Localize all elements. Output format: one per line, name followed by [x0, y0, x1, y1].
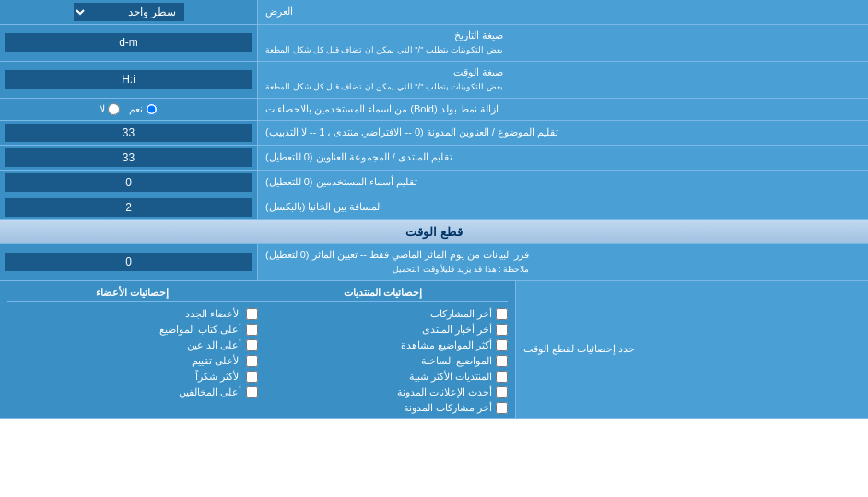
- bold-remove-yes-radio[interactable]: [146, 103, 158, 115]
- cb-new-members[interactable]: [246, 308, 258, 320]
- cutoff-days-input-cell: [0, 244, 258, 280]
- checkbox-col-forums-header: إحصائيات المنتديات: [258, 285, 509, 302]
- time-format-input[interactable]: [5, 70, 252, 89]
- gap-columns-input[interactable]: [5, 198, 252, 217]
- cb-top-posters[interactable]: [246, 324, 258, 336]
- trim-usernames-input[interactable]: [5, 173, 252, 192]
- display-mode-input-cell: سطر واحد سطران ثلاثة أسطر: [0, 0, 258, 24]
- date-format-row: صيغة التاريخبعض التكوينات يتطلب "/" التي…: [0, 25, 868, 62]
- list-item: أعلى الداعين: [7, 339, 258, 351]
- bold-remove-yes-label[interactable]: نعم: [129, 103, 158, 115]
- time-format-label: صيغة الوقتبعض التكوينات يتطلب "/" التي ي…: [258, 62, 868, 98]
- checkboxes-section: حدد إحصائيات لقطع الوقت إحصائيات المنتدي…: [0, 281, 868, 419]
- display-mode-row: العرض سطر واحد سطران ثلاثة أسطر: [0, 0, 868, 25]
- cutoff-days-row: فرز البيانات من يوم الماثر الماضي فقط --…: [0, 244, 868, 281]
- trim-usernames-row: تقليم أسماء المستخدمين (0 للتعطيل): [0, 171, 868, 195]
- list-item: أخر أخبار المنتدى: [258, 324, 509, 336]
- date-format-label: صيغة التاريخبعض التكوينات يتطلب "/" التي…: [258, 25, 868, 61]
- list-item: المواضيع الساخنة: [258, 355, 509, 367]
- list-item: الأعلى تقييم: [7, 355, 258, 367]
- list-item: أخر المشاركات: [258, 308, 509, 320]
- trim-titles-input[interactable]: [5, 124, 252, 142]
- cb-top-rated[interactable]: [246, 355, 258, 367]
- cb-similar-forums[interactable]: [496, 371, 508, 383]
- trim-usernames-label: تقليم أسماء المستخدمين (0 للتعطيل): [258, 171, 868, 195]
- list-item: أخر مشاركات المدونة: [258, 402, 509, 414]
- display-mode-select[interactable]: سطر واحد سطران ثلاثة أسطر: [74, 3, 184, 21]
- trim-forum-titles-input-cell: [0, 146, 258, 170]
- cutoff-section-header: قطع الوقت: [0, 220, 868, 244]
- trim-titles-row: تقليم الموضوع / العناوين المدونة (0 -- ا…: [0, 121, 868, 146]
- cutoff-days-input[interactable]: [5, 253, 252, 271]
- trim-titles-label: تقليم الموضوع / العناوين المدونة (0 -- ا…: [258, 121, 868, 145]
- list-item: أعلى كتاب المواضيع: [7, 324, 258, 336]
- cutoff-days-label: فرز البيانات من يوم الماثر الماضي فقط --…: [258, 244, 868, 280]
- cb-forum-news[interactable]: [496, 324, 508, 336]
- list-item: أحدث الإعلانات المدونة: [258, 386, 509, 398]
- cb-blog-posts[interactable]: [496, 402, 508, 414]
- list-item: أكثر المواضيع مشاهدة: [258, 339, 509, 351]
- bold-remove-row: ازالة نمط بولد (Bold) من اسماء المستخدمي…: [0, 99, 868, 121]
- checkbox-col-members-header: إحصائيات الأعضاء: [7, 285, 258, 302]
- list-item: أعلى المخالفين: [7, 386, 258, 398]
- list-item: المنتديات الأكثر شبية: [258, 371, 509, 383]
- bold-remove-no-label[interactable]: لا: [100, 103, 120, 115]
- time-format-row: صيغة الوقتبعض التكوينات يتطلب "/" التي ي…: [0, 62, 868, 99]
- cb-top-violations[interactable]: [246, 386, 258, 398]
- list-item: الأكثر شكراً: [7, 371, 258, 383]
- gap-columns-row: المسافة بين الخانيا (بالبكسل): [0, 195, 868, 220]
- gap-columns-label: المسافة بين الخانيا (بالبكسل): [258, 195, 868, 219]
- checkbox-col-members: إحصائيات الأعضاء الأعضاء الجدد أعلى كتاب…: [7, 285, 258, 414]
- checkbox-cols-wrapper: إحصائيات المنتديات أخر المشاركات أخر أخب…: [7, 285, 508, 414]
- date-format-input-cell: [0, 25, 258, 61]
- cb-most-thanks[interactable]: [246, 371, 258, 383]
- cb-most-viewed[interactable]: [496, 339, 508, 351]
- trim-usernames-input-cell: [0, 171, 258, 195]
- bold-remove-radio-cell: نعم لا: [0, 99, 258, 120]
- checkboxes-cols-cell: إحصائيات المنتديات أخر المشاركات أخر أخب…: [0, 281, 516, 418]
- trim-forum-titles-label: تقليم المنتدى / المجموعة العناوين (0 للت…: [258, 146, 868, 170]
- trim-forum-titles-row: تقليم المنتدى / المجموعة العناوين (0 للت…: [0, 146, 868, 171]
- checkboxes-section-label: حدد إحصائيات لقطع الوقت: [516, 281, 868, 418]
- date-format-input[interactable]: [5, 33, 252, 52]
- bold-remove-label: ازالة نمط بولد (Bold) من اسماء المستخدمي…: [258, 99, 868, 120]
- bold-remove-no-radio[interactable]: [108, 103, 120, 115]
- cb-hot-topics[interactable]: [496, 355, 508, 367]
- gap-columns-input-cell: [0, 195, 258, 219]
- trim-titles-input-cell: [0, 121, 258, 145]
- time-format-input-cell: [0, 62, 258, 98]
- cb-last-posts[interactable]: [496, 308, 508, 320]
- display-mode-label: العرض: [258, 0, 868, 24]
- checkbox-col-forums: إحصائيات المنتديات أخر المشاركات أخر أخب…: [258, 285, 509, 414]
- list-item: الأعضاء الجدد: [7, 308, 258, 320]
- cb-top-inviters[interactable]: [246, 339, 258, 351]
- cb-latest-ads[interactable]: [496, 386, 508, 398]
- trim-forum-titles-input[interactable]: [5, 148, 252, 167]
